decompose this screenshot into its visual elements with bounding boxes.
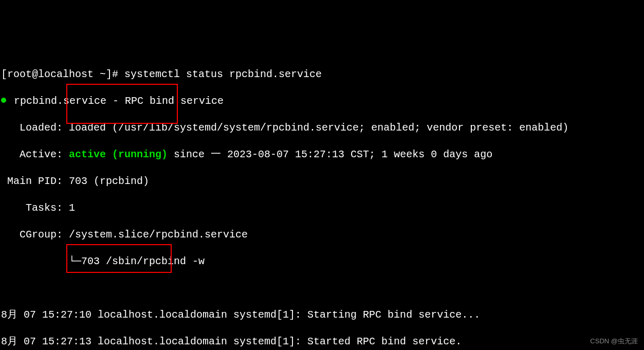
active-line: Active: active (running) since 一 2023-08… [1,148,643,161]
loaded-line: Loaded: loaded (/usr/lib/systemd/system/… [1,121,643,135]
watermark-text: CSDN @虫无涯 [590,337,638,346]
active-status: active (running) [69,149,168,160]
service-header: rpcbind.service - RPC bind service [1,95,643,108]
log-line: 8月 07 15:27:13 localhost.localdomain sys… [1,335,643,348]
mainpid-line: Main PID: 703 (rpcbind) [1,175,643,188]
command-line-1: [root@localhost ~]# systemctl status rpc… [1,68,643,81]
cgroup-child-line: └─703 /sbin/rpcbind -w [1,255,643,268]
command-text: systemctl status rpcbind.service [124,68,322,80]
status-dot-icon [1,98,6,103]
terminal-output[interactable]: [root@localhost ~]# systemctl status rpc… [1,54,643,350]
blank-line [1,282,643,295]
cgroup-line: CGroup: /system.slice/rpcbind.service [1,228,643,242]
prompt: [root@localhost ~]# [1,68,124,80]
tasks-line: Tasks: 1 [1,201,643,215]
log-line: 8月 07 15:27:10 localhost.localdomain sys… [1,308,643,322]
